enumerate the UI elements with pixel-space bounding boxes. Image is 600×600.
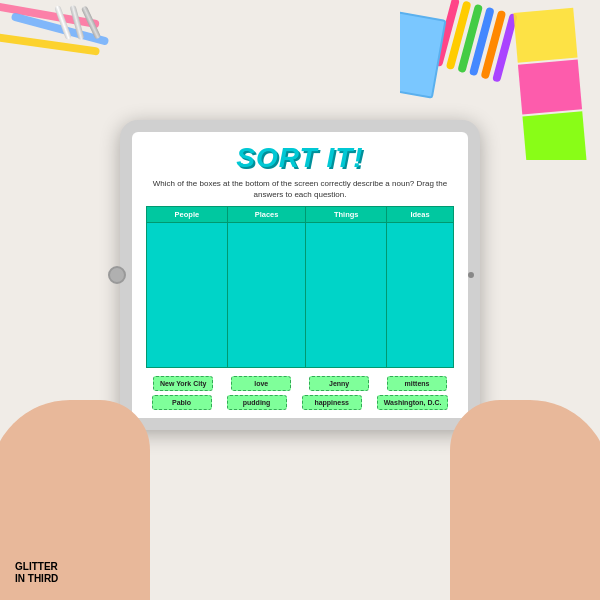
ipad-screen: SORT IT! Which of the boxes at the botto… [132,132,468,418]
sort-table: People Places Things Ideas [146,206,454,368]
sort-cell-ideas[interactable] [387,223,454,368]
ipad-camera [468,272,474,278]
brand-line1: GLITTER [15,561,58,573]
chip-jenny[interactable]: Jenny [309,376,369,391]
sticky-notes [513,8,586,160]
col-header-ideas: Ideas [387,207,454,223]
sort-cell-things[interactable] [306,223,387,368]
answer-row-2: Pablo pudding happiness Washington, D.C. [146,395,454,410]
col-header-places: Places [227,207,306,223]
chip-happiness[interactable]: happiness [302,395,362,410]
chip-washington-dc[interactable]: Washington, D.C. [377,395,449,410]
ipad-device: SORT IT! Which of the boxes at the botto… [120,120,480,430]
sort-title: SORT IT! [236,142,363,174]
sort-row [147,223,454,368]
chip-pudding[interactable]: pudding [227,395,287,410]
answer-area: New York City love Jenny mittens Pablo p… [146,376,454,410]
sort-instructions: Which of the boxes at the bottom of the … [146,178,454,200]
chip-pablo[interactable]: Pablo [152,395,212,410]
chip-mittens[interactable]: mittens [387,376,447,391]
brand-logo: GLITTER IN THIRD [15,561,58,585]
answer-row-1: New York City love Jenny mittens [146,376,454,391]
pencils-area [0,0,180,80]
col-header-things: Things [306,207,387,223]
ipad-wrapper: SORT IT! Which of the boxes at the botto… [120,120,480,430]
notebook [400,11,447,98]
chip-new-york-city[interactable]: New York City [153,376,213,391]
hand-right [450,400,600,600]
markers [434,0,518,83]
sort-cell-people[interactable] [147,223,228,368]
brand-line2: IN THIRD [15,573,58,585]
sticky-note-green [522,111,586,160]
chip-love[interactable]: love [231,376,291,391]
sort-cell-places[interactable] [227,223,306,368]
col-header-people: People [147,207,228,223]
ipad-home-button[interactable] [108,266,126,284]
sticky-note-pink [518,59,582,114]
sticky-note-yellow [513,8,577,63]
